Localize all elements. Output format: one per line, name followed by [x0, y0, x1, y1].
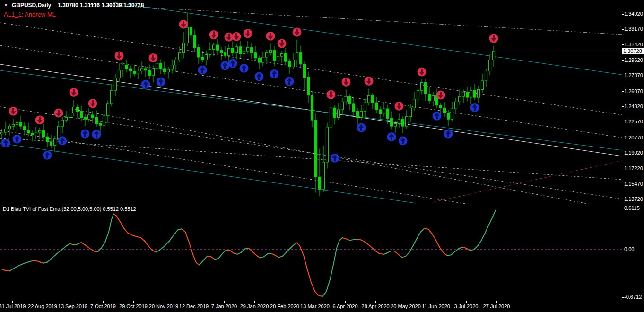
candle-body	[349, 96, 351, 104]
tvi-curve-segment	[354, 239, 357, 240]
candle-body	[27, 130, 30, 133]
candle-body	[341, 102, 344, 110]
candle-body	[300, 53, 302, 64]
date-tick-mark	[285, 301, 285, 303]
tvi-curve-segment	[193, 255, 196, 263]
candle-body	[247, 48, 249, 51]
candle-body	[114, 78, 117, 90]
candle-body	[345, 96, 348, 102]
buy-signal-icon	[444, 130, 453, 139]
tvi-curve-segment	[226, 250, 230, 251]
buy-signal-icon	[81, 130, 90, 139]
indicator-chart-canvas[interactable]	[0, 205, 622, 301]
tvi-curve-segment	[315, 291, 319, 295]
tvi-curve-segment	[283, 252, 287, 256]
candle-body	[266, 53, 268, 57]
sell-signal-icon	[179, 20, 188, 29]
candle-body	[179, 53, 181, 60]
candle-body	[148, 70, 151, 76]
candle-body	[319, 177, 321, 189]
trendline	[0, 143, 416, 203]
price-tick-label: 1.33170	[624, 26, 643, 32]
tvi-curve-segment	[222, 250, 226, 254]
tvi-curve-segment	[376, 252, 380, 254]
buy-signal-icon	[1, 139, 10, 147]
sell-signal-icon	[327, 90, 336, 99]
candle-body	[402, 119, 404, 126]
tvi-curve-segment	[113, 214, 116, 216]
candle-body	[39, 130, 41, 132]
tvi-curve-segment	[178, 229, 182, 230]
tvi-curve-segment	[287, 248, 290, 252]
candle-body	[198, 48, 200, 57]
date-tick-mark	[164, 301, 164, 303]
tvi-curve-segment	[156, 250, 160, 252]
tvi-curve-segment	[47, 258, 52, 262]
date-tick-mark	[375, 301, 376, 303]
candle-body	[217, 45, 219, 50]
tvi-curve-segment	[249, 248, 252, 252]
date-tick-mark	[406, 301, 406, 303]
tvi-curve-segment	[128, 233, 132, 235]
candle-body	[285, 54, 287, 62]
tvi-curve-segment	[406, 252, 409, 256]
tvi-curve-segment	[304, 255, 307, 269]
panel-separator[interactable]	[0, 204, 622, 204]
tvi-curve-segment	[124, 228, 128, 233]
candle-body	[379, 110, 382, 114]
tvi-curve-segment	[182, 229, 185, 232]
candle-body	[254, 53, 257, 58]
candle-body	[481, 81, 484, 89]
tvi-curve-segment	[493, 210, 496, 217]
tvi-curve-segment	[245, 248, 249, 249]
date-tick-mark	[194, 301, 194, 303]
candle-body	[50, 142, 52, 145]
candle-body	[474, 90, 476, 97]
tvi-curve-segment	[311, 282, 315, 291]
sell-signal-icon	[266, 32, 275, 41]
tvi-curve-segment	[436, 240, 440, 247]
chevron-down-icon[interactable]: ▼	[4, 3, 8, 8]
candle-body	[292, 60, 295, 67]
candle-body	[220, 50, 223, 53]
tvi-curve-segment	[57, 250, 61, 254]
price-tick-label: 1.34920	[624, 11, 643, 17]
date-tick-mark	[466, 301, 467, 303]
candle-body	[107, 104, 109, 116]
tvi-curve-segment	[112, 214, 113, 220]
date-tick-mark	[345, 301, 346, 303]
tvi-curve-segment	[440, 247, 444, 252]
date-tick-label: 3 Jul 2020	[454, 303, 479, 309]
candle-body	[281, 54, 283, 57]
tvi-curve-segment	[330, 262, 334, 279]
sell-signal-icon	[149, 53, 158, 62]
ohlc-values: 1.30780 1.31116 1.30039 1.30728	[58, 2, 144, 9]
candle-body	[99, 123, 102, 125]
date-tick-mark	[43, 301, 43, 303]
candle-body	[31, 133, 34, 135]
price-chart-canvas[interactable]	[0, 0, 622, 204]
candle-body	[243, 51, 245, 54]
tvi-curve-segment	[447, 255, 451, 256]
candle-body	[194, 35, 196, 48]
tvi-curve-segment	[307, 269, 311, 282]
candle-body	[296, 53, 298, 60]
tvi-curve-segment	[25, 262, 29, 263]
date-tick-label: 29 Jan 2020	[240, 303, 269, 309]
tvi-curve-segment	[252, 252, 256, 256]
date-tick-label: 13 Mar 2020	[300, 303, 330, 309]
sell-signal-icon	[293, 27, 302, 36]
candle-body	[235, 47, 238, 53]
candle-body	[160, 63, 162, 69]
tvi-curve-segment	[52, 254, 57, 258]
sell-signal-icon	[9, 107, 18, 116]
candle-body	[311, 95, 313, 120]
candle-body	[145, 69, 147, 70]
tvi-curve-segment	[19, 263, 25, 266]
date-tick-mark	[254, 301, 255, 303]
candle-body	[409, 108, 412, 116]
tvi-curve-segment	[455, 249, 459, 252]
candle-body	[88, 115, 90, 119]
candle-body	[164, 69, 166, 72]
candle-body	[54, 139, 56, 146]
